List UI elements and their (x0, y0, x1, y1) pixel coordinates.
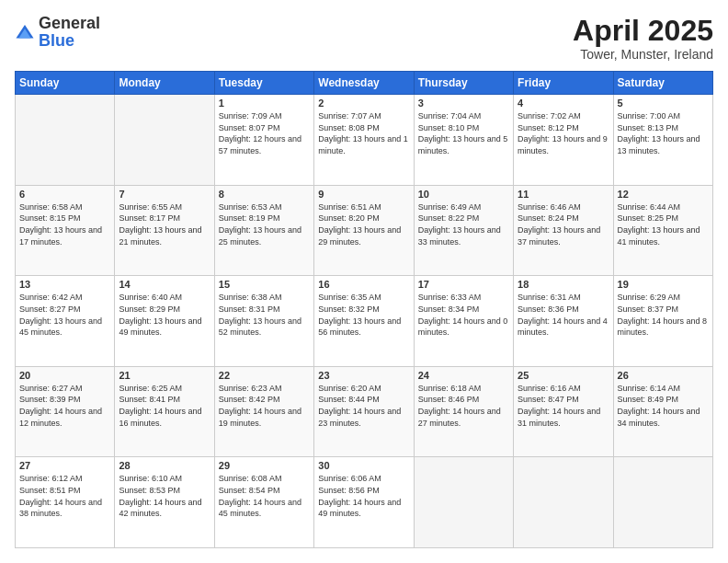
cell-w4-d4: 24Sunrise: 6:18 AMSunset: 8:46 PMDayligh… (414, 366, 513, 457)
cell-w4-d6: 26Sunrise: 6:14 AMSunset: 8:49 PMDayligh… (613, 366, 712, 457)
day-info: Sunrise: 6:40 AMSunset: 8:29 PMDaylight:… (119, 292, 210, 338)
cell-w1-d1 (115, 95, 214, 186)
day-info: Sunrise: 6:51 AMSunset: 8:20 PMDaylight:… (318, 201, 409, 247)
cell-w1-d2: 1Sunrise: 7:09 AMSunset: 8:07 PMDaylight… (214, 95, 313, 186)
day-number: 25 (518, 370, 609, 381)
logo-icon (15, 22, 35, 42)
cell-w4-d0: 20Sunrise: 6:27 AMSunset: 8:39 PMDayligh… (16, 366, 115, 457)
header: General Blue April 2025 Tower, Munster, … (15, 15, 713, 62)
day-info: Sunrise: 6:10 AMSunset: 8:53 PMDaylight:… (119, 473, 210, 519)
cell-w4-d1: 21Sunrise: 6:25 AMSunset: 8:41 PMDayligh… (115, 366, 214, 457)
header-friday: Friday (514, 72, 613, 95)
header-thursday: Thursday (414, 72, 513, 95)
day-number: 19 (618, 279, 709, 290)
day-info: Sunrise: 6:42 AMSunset: 8:27 PMDaylight:… (19, 292, 110, 338)
day-info: Sunrise: 7:00 AMSunset: 8:13 PMDaylight:… (618, 110, 709, 156)
day-number: 6 (19, 189, 110, 200)
day-number: 14 (119, 279, 210, 290)
day-number: 9 (318, 189, 409, 200)
cell-w2-d1: 7Sunrise: 6:55 AMSunset: 8:17 PMDaylight… (115, 185, 214, 276)
day-info: Sunrise: 6:08 AMSunset: 8:54 PMDaylight:… (219, 473, 310, 519)
day-number: 21 (119, 370, 210, 381)
cell-w3-d1: 14Sunrise: 6:40 AMSunset: 8:29 PMDayligh… (115, 276, 214, 367)
day-number: 27 (19, 460, 110, 471)
title-block: April 2025 Tower, Munster, Ireland (573, 15, 713, 62)
day-number: 8 (219, 189, 310, 200)
cell-w5-d2: 29Sunrise: 6:08 AMSunset: 8:54 PMDayligh… (214, 457, 313, 548)
cell-w3-d0: 13Sunrise: 6:42 AMSunset: 8:27 PMDayligh… (16, 276, 115, 367)
title-location: Tower, Munster, Ireland (573, 47, 713, 62)
day-number: 28 (119, 460, 210, 471)
cell-w4-d3: 23Sunrise: 6:20 AMSunset: 8:44 PMDayligh… (314, 366, 414, 457)
day-info: Sunrise: 7:09 AMSunset: 8:07 PMDaylight:… (219, 110, 310, 156)
cell-w5-d0: 27Sunrise: 6:12 AMSunset: 8:51 PMDayligh… (16, 457, 115, 548)
cell-w5-d1: 28Sunrise: 6:10 AMSunset: 8:53 PMDayligh… (115, 457, 214, 548)
cell-w3-d4: 17Sunrise: 6:33 AMSunset: 8:34 PMDayligh… (414, 276, 513, 367)
day-number: 18 (518, 279, 609, 290)
day-number: 10 (418, 189, 509, 200)
day-info: Sunrise: 6:06 AMSunset: 8:56 PMDaylight:… (318, 473, 409, 519)
day-info: Sunrise: 6:53 AMSunset: 8:19 PMDaylight:… (219, 201, 310, 247)
cell-w1-d4: 3Sunrise: 7:04 AMSunset: 8:10 PMDaylight… (414, 95, 513, 186)
day-info: Sunrise: 7:04 AMSunset: 8:10 PMDaylight:… (418, 110, 509, 156)
day-number: 13 (19, 279, 110, 290)
title-month: April 2025 (573, 15, 713, 47)
cell-w3-d6: 19Sunrise: 6:29 AMSunset: 8:37 PMDayligh… (613, 276, 712, 367)
day-number: 11 (518, 189, 609, 200)
day-info: Sunrise: 6:33 AMSunset: 8:34 PMDaylight:… (418, 292, 509, 338)
day-number: 4 (518, 98, 609, 109)
day-number: 5 (618, 98, 709, 109)
day-info: Sunrise: 6:23 AMSunset: 8:42 PMDaylight:… (219, 383, 310, 429)
cell-w1-d0 (16, 95, 115, 186)
day-number: 30 (318, 460, 409, 471)
cell-w4-d2: 22Sunrise: 6:23 AMSunset: 8:42 PMDayligh… (214, 366, 313, 457)
cell-w5-d3: 30Sunrise: 6:06 AMSunset: 8:56 PMDayligh… (314, 457, 414, 548)
day-number: 1 (219, 98, 310, 109)
day-number: 20 (19, 370, 110, 381)
week-row-2: 6Sunrise: 6:58 AMSunset: 8:15 PMDaylight… (16, 185, 713, 276)
day-info: Sunrise: 6:14 AMSunset: 8:49 PMDaylight:… (618, 383, 709, 429)
day-number: 17 (418, 279, 509, 290)
day-info: Sunrise: 6:44 AMSunset: 8:25 PMDaylight:… (618, 201, 709, 247)
cell-w3-d3: 16Sunrise: 6:35 AMSunset: 8:32 PMDayligh… (314, 276, 414, 367)
day-info: Sunrise: 6:49 AMSunset: 8:22 PMDaylight:… (418, 201, 509, 247)
day-number: 16 (318, 279, 409, 290)
cell-w2-d4: 10Sunrise: 6:49 AMSunset: 8:22 PMDayligh… (414, 185, 513, 276)
day-info: Sunrise: 6:31 AMSunset: 8:36 PMDaylight:… (518, 292, 609, 338)
cell-w1-d3: 2Sunrise: 7:07 AMSunset: 8:08 PMDaylight… (314, 95, 414, 186)
week-row-1: 1Sunrise: 7:09 AMSunset: 8:07 PMDaylight… (16, 95, 713, 186)
day-number: 29 (219, 460, 310, 471)
day-info: Sunrise: 6:29 AMSunset: 8:37 PMDaylight:… (618, 292, 709, 338)
day-number: 22 (219, 370, 310, 381)
cell-w2-d5: 11Sunrise: 6:46 AMSunset: 8:24 PMDayligh… (514, 185, 613, 276)
day-number: 7 (119, 189, 210, 200)
day-number: 15 (219, 279, 310, 290)
logo-blue: Blue (39, 31, 74, 50)
page: General Blue April 2025 Tower, Munster, … (0, 0, 728, 563)
day-info: Sunrise: 6:16 AMSunset: 8:47 PMDaylight:… (518, 383, 609, 429)
day-info: Sunrise: 7:02 AMSunset: 8:12 PMDaylight:… (518, 110, 609, 156)
cell-w2-d3: 9Sunrise: 6:51 AMSunset: 8:20 PMDaylight… (314, 185, 414, 276)
day-info: Sunrise: 6:12 AMSunset: 8:51 PMDaylight:… (19, 473, 110, 519)
logo: General Blue (15, 15, 100, 50)
day-info: Sunrise: 6:27 AMSunset: 8:39 PMDaylight:… (19, 383, 110, 429)
day-info: Sunrise: 6:46 AMSunset: 8:24 PMDaylight:… (518, 201, 609, 247)
cell-w2-d2: 8Sunrise: 6:53 AMSunset: 8:19 PMDaylight… (214, 185, 313, 276)
cell-w4-d5: 25Sunrise: 6:16 AMSunset: 8:47 PMDayligh… (514, 366, 613, 457)
header-sunday: Sunday (16, 72, 115, 95)
header-tuesday: Tuesday (214, 72, 313, 95)
cell-w3-d5: 18Sunrise: 6:31 AMSunset: 8:36 PMDayligh… (514, 276, 613, 367)
day-info: Sunrise: 6:20 AMSunset: 8:44 PMDaylight:… (318, 383, 409, 429)
header-monday: Monday (115, 72, 214, 95)
day-number: 2 (318, 98, 409, 109)
week-row-5: 27Sunrise: 6:12 AMSunset: 8:51 PMDayligh… (16, 457, 713, 548)
day-info: Sunrise: 6:58 AMSunset: 8:15 PMDaylight:… (19, 201, 110, 247)
weekday-header-row: Sunday Monday Tuesday Wednesday Thursday… (16, 72, 713, 95)
cell-w1-d5: 4Sunrise: 7:02 AMSunset: 8:12 PMDaylight… (514, 95, 613, 186)
day-number: 3 (418, 98, 509, 109)
cell-w1-d6: 5Sunrise: 7:00 AMSunset: 8:13 PMDaylight… (613, 95, 712, 186)
day-info: Sunrise: 6:18 AMSunset: 8:46 PMDaylight:… (418, 383, 509, 429)
header-saturday: Saturday (613, 72, 712, 95)
day-info: Sunrise: 6:35 AMSunset: 8:32 PMDaylight:… (318, 292, 409, 338)
calendar-table: Sunday Monday Tuesday Wednesday Thursday… (15, 71, 713, 548)
